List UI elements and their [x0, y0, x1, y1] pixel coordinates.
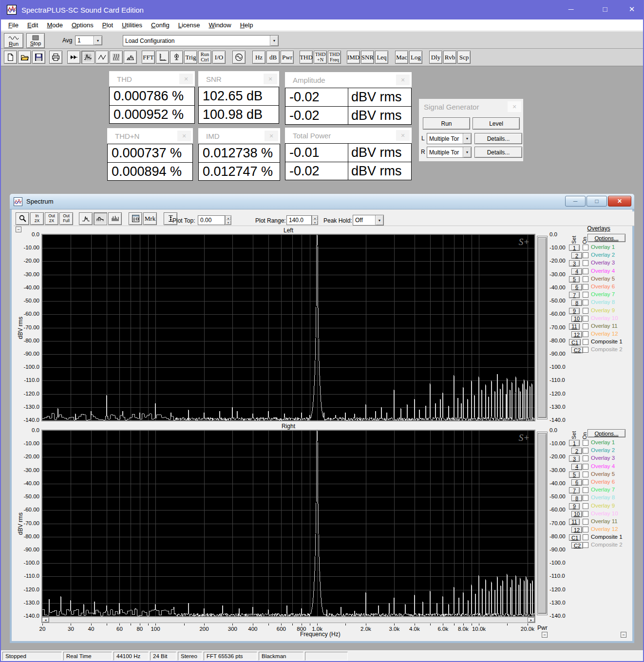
overlay-set-button-5[interactable]: 5 — [569, 276, 580, 283]
overlay-options-button[interactable]: Options... — [587, 429, 625, 437]
plot-top-input[interactable]: 0.00 — [198, 215, 225, 225]
bar-plot-icon[interactable] — [108, 212, 122, 225]
overlay-set-button-1[interactable]: 1 — [569, 440, 580, 446]
run-button[interactable]: Run — [4, 33, 23, 48]
peak-hold-select[interactable]: Off ▼ — [353, 215, 384, 226]
chevron-down-icon[interactable]: ▼ — [463, 147, 471, 157]
overlay-set-button-8[interactable]: 8 — [571, 495, 582, 501]
close-icon[interactable]: ✕ — [265, 131, 278, 141]
thdn-button[interactable]: THD +N — [314, 51, 327, 64]
scroll-right-icon[interactable]: ► — [528, 617, 535, 623]
frequency-scrollbar[interactable]: ◄ ► — [41, 617, 535, 623]
menu-config[interactable]: Config — [147, 20, 174, 30]
left-amplitude-slider[interactable] — [537, 236, 548, 419]
menu-help[interactable]: Help — [236, 20, 258, 30]
zoom-out-full-button[interactable]: Out Full — [59, 212, 73, 225]
thdfreq-button[interactable]: THD Freq — [328, 51, 341, 64]
overlay-on-checkbox[interactable] — [583, 440, 588, 446]
titlebar[interactable]: SpectraPLUS-SC Sound Card Edition ─ □ ✕ — [1, 0, 644, 19]
overlay-on-checkbox[interactable] — [583, 252, 588, 258]
close-icon[interactable]: ✕ — [264, 74, 277, 84]
open-file-icon[interactable] — [18, 51, 31, 64]
overlay-set-button-12[interactable]: 12 — [571, 331, 582, 338]
overlay-on-checkbox[interactable] — [583, 245, 588, 250]
scrollbar-track[interactable] — [49, 617, 528, 623]
chevron-down-icon[interactable]: ▼ — [270, 36, 278, 46]
overlay-on-checkbox[interactable] — [583, 511, 588, 517]
overlay-on-checkbox[interactable] — [583, 495, 588, 501]
plot-top-spinner[interactable]: ▲▼ — [225, 215, 231, 225]
load-configuration-select[interactable]: Load Configuration ▼ — [123, 35, 279, 46]
plot-range-spinner[interactable]: ▲▼ — [312, 215, 318, 225]
overlay-on-checkbox[interactable] — [583, 448, 588, 454]
close-icon[interactable]: ✕ — [396, 75, 410, 85]
menu-file[interactable]: File — [4, 20, 23, 30]
menu-edit[interactable]: Edit — [23, 20, 42, 30]
calibration-icon[interactable] — [170, 51, 183, 64]
trigger-button[interactable]: Trig — [184, 51, 197, 64]
menu-window[interactable]: Window — [204, 20, 235, 30]
overlay-set-button-6[interactable]: 6 — [571, 479, 582, 486]
zoom-out-2x-button[interactable]: Out 2X — [45, 212, 58, 225]
overlay-on-checkbox[interactable] — [583, 276, 588, 282]
overlay-on-checkbox[interactable] — [583, 292, 588, 298]
overlay-set-button-7[interactable]: 7 — [569, 292, 580, 298]
log-button[interactable]: Log — [409, 51, 422, 64]
scaling-icon[interactable] — [156, 51, 169, 64]
spectrum-minimize-button[interactable]: ─ — [565, 196, 586, 207]
spectrum-maximize-button[interactable]: □ — [587, 196, 607, 207]
left-details-button[interactable]: Details... — [474, 133, 522, 144]
line-plot-icon[interactable] — [79, 212, 93, 225]
waveform-view-icon[interactable] — [95, 51, 109, 64]
left-waveform-select[interactable]: Multiple Tor ▼ — [427, 133, 472, 144]
marker-button[interactable]: Mrk — [143, 212, 157, 225]
print-icon[interactable] — [49, 51, 62, 64]
overlay-on-checkbox[interactable] — [583, 331, 588, 337]
overlay-on-checkbox[interactable] — [583, 323, 588, 329]
overlay-set-button-6[interactable]: 6 — [571, 284, 582, 290]
new-file-icon[interactable] — [4, 51, 17, 64]
overlay-set-button-12[interactable]: 12 — [571, 527, 582, 533]
overlay-on-checkbox[interactable] — [583, 339, 588, 345]
menu-options[interactable]: Options — [67, 20, 98, 30]
leq-button[interactable]: Leq — [375, 51, 388, 64]
close-icon[interactable]: ✕ — [508, 101, 521, 112]
imd-button[interactable]: IMD — [347, 51, 360, 64]
overlay-on-checkbox[interactable] — [583, 527, 588, 532]
overlay-on-checkbox[interactable] — [583, 268, 588, 274]
overlay-set-button-10[interactable]: 10 — [571, 316, 582, 322]
overlay-on-checkbox[interactable] — [583, 472, 588, 477]
overlay-set-button-c2[interactable]: C2 — [571, 542, 583, 549]
display-options-icon[interactable] — [129, 212, 142, 225]
menu-utilities[interactable]: Utilities — [117, 20, 147, 30]
overlay-set-button-11[interactable]: 11 — [569, 323, 580, 330]
chevron-down-icon[interactable]: ▼ — [463, 133, 471, 144]
stop-button[interactable]: Stop — [26, 33, 45, 48]
slider-thumb[interactable] — [538, 237, 547, 418]
overlay-set-button-c1[interactable]: C1 — [569, 339, 581, 345]
scroll-left-icon[interactable]: ◄ — [42, 617, 49, 623]
menu-mode[interactable]: Mode — [42, 20, 67, 30]
spectrum-view-icon[interactable] — [81, 51, 95, 64]
overlay-set-button-c1[interactable]: C1 — [569, 534, 581, 541]
overlay-set-button-7[interactable]: 7 — [569, 487, 580, 493]
close-icon[interactable]: ✕ — [396, 130, 410, 141]
generator-level-button[interactable]: Level — [473, 117, 520, 130]
pwr-button[interactable]: Pwr — [281, 51, 294, 64]
slider-thumb[interactable] — [538, 433, 547, 614]
overlay-on-checkbox[interactable] — [583, 519, 588, 525]
overlay-on-checkbox[interactable] — [583, 308, 588, 314]
overlay-set-button-c2[interactable]: C2 — [571, 347, 583, 353]
delay-button[interactable]: Dly — [429, 51, 442, 64]
overlay-set-button-2[interactable]: 2 — [571, 448, 582, 454]
overlay-on-checkbox[interactable] — [583, 284, 588, 290]
signal-generator-icon[interactable] — [232, 51, 246, 64]
run-control-button[interactable]: Run Ctrl — [198, 51, 211, 64]
save-icon[interactable] — [32, 51, 45, 64]
chevron-down-icon[interactable]: ▼ — [375, 215, 383, 225]
scope-button[interactable]: Scp — [457, 51, 471, 64]
overlay-on-checkbox[interactable] — [583, 455, 588, 461]
overlay-on-checkbox[interactable] — [583, 479, 588, 485]
collapse-overlays-button[interactable]: − — [621, 632, 626, 638]
minimize-button[interactable]: ─ — [564, 5, 578, 13]
